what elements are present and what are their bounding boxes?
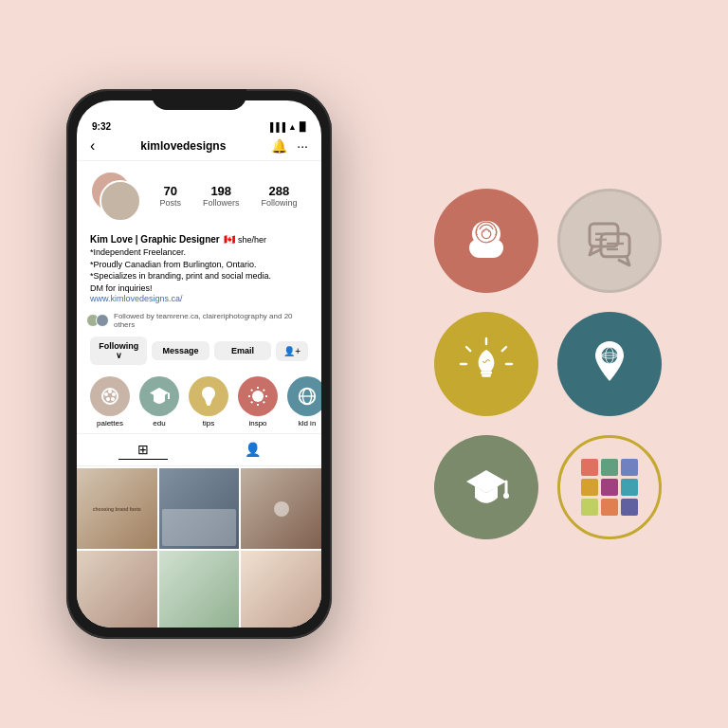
svg-rect-30 (581, 459, 598, 476)
svg-point-2 (108, 390, 112, 393)
bulb-story-icon[interactable] (434, 312, 538, 416)
photo-cell-2[interactable] (159, 468, 240, 549)
svg-rect-31 (601, 459, 618, 476)
status-time: 9:32 (92, 121, 111, 132)
highlight-palettes[interactable]: palettes (90, 376, 130, 428)
profile-link[interactable]: www.kimlovedesigns.ca/ (90, 294, 308, 303)
following-button[interactable]: Following ∨ (90, 337, 147, 365)
svg-point-3 (112, 392, 116, 396)
bio-name-line: Kim Love | Graphic Designer 🇨🇦 she/her (90, 229, 308, 246)
svg-line-17 (502, 347, 506, 351)
svg-rect-36 (581, 499, 598, 516)
svg-rect-21 (481, 372, 492, 374)
highlight-circle-inspo (238, 376, 278, 416)
avatar-2 (100, 180, 141, 222)
svg-rect-38 (621, 499, 638, 516)
following-label: Following (261, 198, 297, 208)
svg-point-1 (104, 392, 108, 396)
photo-cell-5[interactable] (159, 551, 240, 628)
svg-point-8 (252, 391, 264, 402)
highlight-inspo[interactable]: inspo (238, 376, 278, 428)
pronouns: she/her (238, 235, 266, 245)
bio-line-4: DM for inquiries! (90, 282, 308, 295)
action-buttons: Following ∨ Message Email 👤+ (77, 332, 321, 371)
highlight-circle-tips (189, 376, 228, 416)
bio-section: Kim Love | Graphic Designer 🇨🇦 she/her *… (77, 226, 321, 309)
chat-story-icon[interactable] (557, 189, 662, 293)
graduation-story-icon[interactable] (434, 435, 538, 539)
svg-rect-32 (621, 459, 638, 476)
followers-count: 198 (210, 184, 231, 198)
highlight-circle-edu (139, 376, 179, 416)
bell-icon[interactable]: 🔔 (271, 138, 287, 154)
highlight-label-palettes: palettes (97, 419, 123, 428)
highlight-kldin[interactable]: kld in (287, 376, 321, 428)
bio-line-3: *Specializes in branding, print and soci… (90, 270, 308, 282)
photo-cell-3[interactable] (241, 468, 321, 549)
photo-cell-4[interactable] (77, 551, 157, 628)
followed-by-section: Followed by teamrene.ca, claireriphotogr… (77, 309, 321, 332)
followers-stat: 198 Followers (203, 184, 240, 208)
photo-cell-6[interactable] (241, 551, 321, 628)
svg-line-19 (466, 347, 470, 351)
highlight-label-inspo: inspo (248, 419, 266, 428)
photo-6 (241, 551, 321, 628)
followed-avatars (90, 314, 109, 327)
profile-section: 70 Posts 198 Followers 288 Following (77, 161, 321, 226)
svg-point-4 (106, 397, 110, 401)
status-bar: 9:32 ▐▐▐ ▲ ▉ (77, 114, 321, 134)
highlight-label-tips: tips (203, 419, 214, 428)
grid-tabs: ⊞ 👤 (77, 433, 321, 466)
svg-rect-33 (581, 479, 598, 496)
followed-by-text: Followed by teamrene.ca, claireriphotogr… (114, 312, 308, 329)
status-icons: ▐▐▐ ▲ ▉ (267, 122, 306, 132)
email-button[interactable]: Email (214, 341, 271, 360)
posts-stat: 70 Posts (159, 184, 181, 208)
add-person-button[interactable]: 👤+ (276, 341, 308, 361)
phone-outer: 9:32 ▐▐▐ ▲ ▉ ‹ kimlovedesigns 🔔 ··· (66, 89, 332, 639)
svg-rect-7 (207, 404, 210, 406)
highlight-label-edu: edu (153, 419, 165, 428)
photo-1: choosing brand fonts (77, 468, 157, 549)
phone-notch (152, 89, 246, 110)
highlight-edu[interactable]: edu (139, 376, 179, 428)
globe-story-icon[interactable] (557, 312, 662, 416)
profile-stats: 70 Posts 198 Followers 288 Following (90, 171, 308, 220)
tagged-tab[interactable]: 👤 (226, 440, 280, 460)
grid-tab[interactable]: ⊞ (118, 440, 168, 460)
phone-mockup: 9:32 ▐▐▐ ▲ ▉ ‹ kimlovedesigns 🔔 ··· (66, 89, 332, 639)
svg-rect-37 (601, 499, 618, 516)
following-stat: 288 Following (261, 184, 297, 208)
brain-story-icon[interactable] (434, 189, 538, 293)
svg-rect-35 (621, 479, 638, 496)
avatar-group (90, 171, 139, 220)
photo-5 (159, 551, 240, 628)
svg-rect-34 (601, 479, 618, 496)
photo-grid: choosing brand fonts (77, 466, 321, 628)
message-button[interactable]: Message (152, 341, 209, 360)
highlight-tips[interactable]: tips (189, 376, 228, 428)
photo-cell-1[interactable]: choosing brand fonts (77, 468, 157, 549)
svg-rect-6 (206, 402, 211, 404)
profile-username: kimlovedesigns (140, 139, 226, 153)
more-icon[interactable]: ··· (297, 138, 308, 154)
palette-story-icon[interactable] (557, 435, 662, 539)
following-count: 288 (269, 184, 290, 198)
highlight-label-kldin: kld in (299, 419, 317, 428)
posts-label: Posts (159, 198, 181, 208)
photo-4 (77, 551, 157, 628)
signal-icon: ▐▐▐ (267, 122, 285, 132)
follower-avatar-2 (96, 314, 109, 327)
highlight-circle-palettes (90, 376, 130, 416)
bio-line-1: *Independent Freelancer. (90, 246, 308, 259)
nav-bar: ‹ kimlovedesigns 🔔 ··· (77, 134, 321, 161)
stats-group: 70 Posts 198 Followers 288 Following (149, 184, 308, 208)
photo-3 (241, 468, 321, 549)
scene: 9:32 ▐▐▐ ▲ ▉ ‹ kimlovedesigns 🔔 ··· (0, 0, 728, 728)
wifi-icon: ▲ (288, 122, 297, 132)
svg-point-29 (503, 493, 509, 499)
back-button[interactable]: ‹ (90, 137, 95, 155)
nav-action-icons: 🔔 ··· (271, 138, 308, 154)
bio-line-2: *Proudly Canadian from Burlington, Ontar… (90, 259, 308, 271)
followers-label: Followers (203, 198, 240, 208)
